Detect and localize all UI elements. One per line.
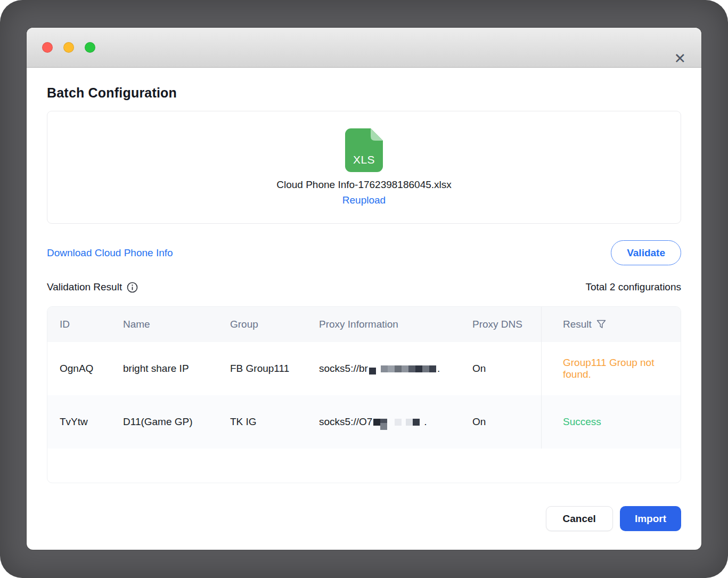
- download-cloud-phone-info-link[interactable]: Download Cloud Phone Info: [47, 247, 173, 259]
- file-type-label: XLS: [345, 153, 383, 166]
- close-icon[interactable]: ✕: [670, 49, 690, 68]
- app-window: Batch Configuration ✕ XLS Cloud Phone In…: [27, 28, 701, 550]
- cell-proxy-information: socks5://br: [319, 342, 472, 395]
- cell-proxy-dns: On: [472, 342, 541, 395]
- redacted-pixels: [369, 365, 436, 372]
- dialog-title-text: Batch Configuration: [47, 85, 177, 100]
- xls-file-icon: XLS: [345, 128, 383, 172]
- column-header-result: Result: [541, 307, 681, 342]
- uploaded-file-card: XLS Cloud Phone Info-1762398186045.xlsx …: [47, 111, 681, 224]
- column-header-proxy-dns: Proxy DNS: [472, 307, 541, 342]
- dialog-content: Batch Configuration ✕ XLS Cloud Phone In…: [27, 68, 701, 549]
- proxy-suffix: .: [437, 363, 440, 375]
- info-icon[interactable]: [127, 282, 138, 293]
- cell-result: Group111 Group not found.: [541, 342, 681, 395]
- dialog-footer: Cancel Import: [47, 506, 681, 531]
- cell-name: D11(Game GP): [123, 395, 230, 449]
- table-row[interactable]: TvYtw D11(Game GP) TK IG socks5://O7: [47, 395, 681, 449]
- cell-group: FB Group111: [230, 342, 319, 395]
- import-button[interactable]: Import: [620, 506, 681, 531]
- cell-proxy-information: socks5://O7: [319, 395, 472, 449]
- cell-id: TvYtw: [60, 395, 123, 449]
- validate-button[interactable]: Validate: [611, 240, 681, 265]
- close-traffic-light[interactable]: [42, 42, 53, 53]
- column-header-result-label: Result: [563, 319, 592, 330]
- table-header-row: ID Name Group Proxy Information Proxy DN…: [47, 307, 681, 342]
- screenshot-stage: Batch Configuration ✕ XLS Cloud Phone In…: [0, 0, 728, 578]
- reupload-link[interactable]: Reupload: [342, 194, 386, 206]
- column-header-id: ID: [60, 307, 123, 342]
- cell-result: Success: [541, 395, 681, 449]
- cell-name: bright share IP: [123, 342, 230, 395]
- column-header-proxy-information: Proxy Information: [319, 307, 472, 342]
- file-name: Cloud Phone Info-1762398186045.xlsx: [276, 179, 452, 191]
- proxy-suffix: .: [424, 416, 427, 428]
- redacted-pixels: [373, 419, 420, 426]
- zoom-traffic-light[interactable]: [85, 42, 95, 53]
- validation-result-label: Validation Result: [47, 281, 122, 293]
- validation-result-label-group: Validation Result: [47, 281, 138, 293]
- column-header-name: Name: [123, 307, 230, 342]
- cell-id: OgnAQ: [60, 342, 123, 395]
- filter-icon[interactable]: [596, 319, 607, 330]
- cancel-button[interactable]: Cancel: [546, 506, 613, 531]
- macos-titlebar: [27, 28, 701, 68]
- cell-proxy-dns: On: [472, 395, 541, 449]
- validation-header-row: Validation Result Total 2 configurations: [47, 281, 681, 293]
- dialog-title: Batch Configuration ✕: [47, 68, 681, 101]
- table-row[interactable]: OgnAQ bright share IP FB Group111 socks5…: [47, 342, 681, 395]
- validation-result-table: ID Name Group Proxy Information Proxy DN…: [47, 306, 681, 483]
- total-configurations-text: Total 2 configurations: [585, 281, 681, 293]
- proxy-prefix: socks5://br: [319, 363, 368, 375]
- proxy-prefix: socks5://O7: [319, 416, 372, 428]
- column-header-group: Group: [230, 307, 319, 342]
- actions-row: Download Cloud Phone Info Validate: [47, 240, 681, 265]
- cell-group: TK IG: [230, 395, 319, 449]
- minimize-traffic-light[interactable]: [63, 42, 74, 53]
